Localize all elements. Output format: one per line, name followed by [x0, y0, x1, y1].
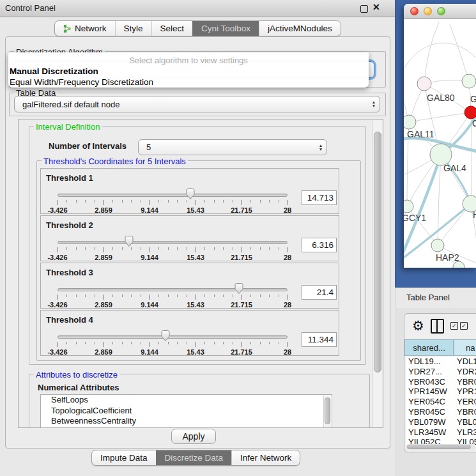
table-row[interactable]: YBR045CYBR04 [406, 407, 476, 417]
threshold-1-slider[interactable]: -3.4262.8599.14415.4321.71528 [58, 188, 288, 213]
network-node[interactable] [431, 239, 444, 252]
tick-mark [204, 200, 205, 203]
table-row[interactable]: YBL079WYBL07 [406, 417, 476, 427]
tab-impute-data[interactable]: Impute Data [92, 450, 156, 465]
checkbox-icon[interactable]: ✓ [450, 322, 458, 330]
threshold-3-value-field[interactable]: 21.4 [302, 285, 337, 300]
split-columns-icon[interactable] [431, 319, 444, 334]
slider-track[interactable] [58, 335, 288, 339]
tab-select[interactable]: Select [151, 21, 193, 36]
slider-track[interactable] [58, 194, 288, 197]
table-cell[interactable]: YBR04 [457, 407, 476, 417]
attribute-list-item[interactable]: TopologicalCoefficient [41, 406, 332, 417]
network-node[interactable] [404, 200, 413, 213]
tab-infer-network[interactable]: Infer Network [231, 450, 300, 465]
network-node[interactable] [430, 144, 452, 165]
table-cell[interactable]: YPR145W [406, 387, 457, 397]
table-cell[interactable]: YDL19... [406, 357, 457, 367]
table-cell[interactable]: YDL19 [457, 357, 476, 367]
tick-mark [279, 247, 279, 250]
tick-mark [122, 200, 123, 203]
tab-network[interactable]: Network [55, 21, 115, 36]
table-row[interactable]: YER054CYER05 [406, 397, 476, 407]
close-window-icon[interactable] [410, 7, 418, 15]
column-header-shared-name[interactable]: shared... [404, 339, 454, 356]
tick-mark [214, 200, 215, 203]
bottom-tab-bar: Impute Data Discretize Data Infer Networ… [91, 450, 300, 466]
interval-definition-group-title: Interval Definition [34, 122, 102, 132]
tick-mark [177, 247, 178, 250]
table-row[interactable]: YPR145WYPR14 [406, 387, 476, 397]
threshold-4-value-field[interactable]: 11.344 [302, 332, 337, 347]
table-cell[interactable]: YER05 [457, 397, 476, 407]
slider-track[interactable] [58, 288, 288, 291]
attribute-list-item[interactable]: SelfLoops [41, 395, 332, 406]
tab-discretize-data[interactable]: Discretize Data [156, 450, 232, 465]
threshold-2-slider[interactable]: -3.4262.8599.14415.4321.71528 [58, 235, 288, 261]
tab-cyni-toolbox[interactable]: Cyni Toolbox [192, 21, 259, 36]
table-cell[interactable]: YBR045C [406, 407, 457, 417]
scrollbar-thumb[interactable] [325, 397, 330, 424]
tab-style[interactable]: Style [115, 21, 151, 36]
close-icon[interactable]: ✕ [372, 2, 380, 12]
table-row[interactable]: YLR345WYLR34 [406, 427, 476, 438]
thresholds-stack: Threshold 1 -3.4262.8599.14415.4321.7152… [40, 168, 339, 357]
attributes-list-scrollbar[interactable] [323, 395, 331, 427]
table-cell[interactable]: YER054C [406, 397, 457, 407]
table-cell[interactable]: YBR04 [457, 377, 476, 387]
table-cell[interactable]: YBL079W [406, 417, 457, 427]
tick-mark [242, 342, 242, 347]
threshold-2-value-field[interactable]: 6.316 [302, 238, 337, 252]
table-data-combobox[interactable]: galFiltered.sif default node ▲▼ [14, 96, 380, 112]
checkbox-icon[interactable]: ✓ [460, 322, 468, 330]
tick-mark [141, 295, 141, 297]
network-node[interactable] [464, 106, 476, 119]
tick-mark [279, 342, 279, 344]
scrollbar-thumb[interactable] [407, 445, 471, 449]
tick-mark [242, 295, 242, 300]
tick-mark [76, 200, 77, 203]
network-node[interactable] [404, 115, 416, 129]
threshold-4-slider[interactable]: -3.4262.8599.14415.4321.71528 [58, 330, 288, 355]
attribute-list-item[interactable]: BetweennessCentrality [41, 416, 332, 427]
column-header-name[interactable]: na [454, 339, 476, 356]
table-horizontal-scrollbar[interactable] [406, 444, 475, 450]
tick-mark [122, 342, 123, 344]
slider-handle[interactable] [234, 282, 244, 295]
minimize-window-icon[interactable] [424, 7, 432, 15]
tick-mark [250, 247, 251, 250]
number-of-intervals-combobox[interactable]: 5 ▲▼ [138, 139, 327, 155]
table-cell[interactable]: YLR345W [406, 427, 457, 438]
tick-mark [150, 247, 150, 252]
network-node[interactable] [462, 74, 476, 88]
table-cell[interactable]: YDR27 [457, 367, 476, 377]
tick-mark [104, 247, 104, 252]
table-row[interactable]: YDR27...YDR27 [406, 367, 476, 377]
table-row[interactable]: YBR043CYBR04 [406, 377, 476, 387]
table-row[interactable]: YDL19...YDL19 [406, 357, 476, 367]
slider-track[interactable] [58, 241, 288, 244]
slider-handle[interactable] [124, 235, 134, 247]
gear-icon[interactable]: ⚙ [412, 319, 424, 332]
popup-item-equal-width-frequency[interactable]: Equal Width/Frequency Discretization [8, 77, 369, 88]
apply-button[interactable]: Apply [171, 429, 216, 444]
threshold-3-slider[interactable]: -3.4262.8599.14415.4321.71528 [58, 282, 288, 308]
table-cell[interactable]: YDR27... [406, 367, 457, 377]
slider-handle[interactable] [160, 330, 171, 342]
popup-item-manual-discretization[interactable]: Manual Discretization [8, 66, 369, 77]
tab-jactivemnodules[interactable]: jActiveMNodules [259, 21, 341, 36]
table-cell[interactable]: YLR34 [457, 427, 476, 438]
tick-mark [204, 342, 205, 344]
table-cell[interactable]: YBL07 [457, 417, 476, 427]
float-window-icon[interactable] [360, 5, 368, 13]
zoom-window-icon[interactable] [437, 7, 445, 15]
threshold-1-value-field[interactable]: 14.713 [302, 190, 337, 205]
scrollbar-thumb[interactable] [374, 132, 381, 372]
table-cell[interactable]: YBR043C [406, 377, 457, 387]
network-node[interactable] [417, 77, 431, 91]
settings-vertical-scrollbar[interactable] [372, 120, 382, 427]
table-cell[interactable]: YPR14 [457, 387, 476, 397]
network-canvas[interactable]: GAL80GACGAL11GAL4GCY1HAHAP2 [404, 19, 476, 268]
control-panel-titlebar: Control Panel ✕ [0, 0, 395, 17]
slider-handle[interactable] [185, 188, 196, 200]
